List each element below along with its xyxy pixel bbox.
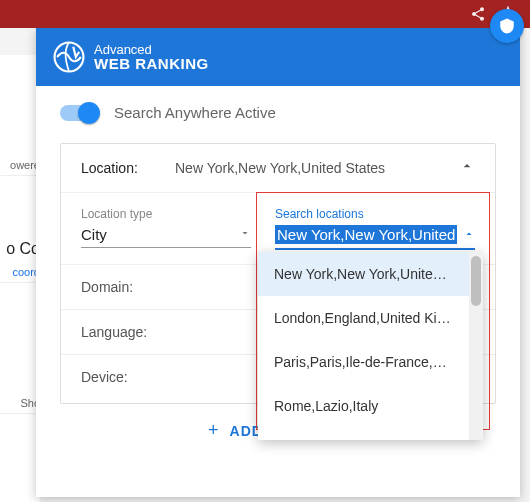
dropdown-item[interactable]: Paris,Paris,Ile-de-France,F… — [258, 340, 469, 384]
search-value: New York,New York,United — [275, 225, 457, 244]
panel-header: Advanced WEB RANKING — [36, 28, 520, 86]
dropdown-item[interactable]: New York,New York,Unite… — [258, 252, 469, 296]
domain-label: Domain: — [81, 279, 175, 295]
active-toggle[interactable] — [60, 105, 98, 121]
bg-heading: o Co — [0, 236, 40, 262]
location-type-select[interactable]: City — [81, 225, 251, 248]
browser-toolbar — [0, 0, 530, 28]
location-label: Location: — [81, 160, 175, 176]
chevron-up-icon — [459, 158, 475, 178]
plus-icon: + — [208, 420, 220, 441]
dropdown-item[interactable]: Rome,Lazio,Italy — [258, 384, 469, 428]
brand-line2: WEB RANKING — [94, 56, 209, 71]
bg-text: Sho — [0, 393, 40, 414]
toggle-row: Search Anywhere Active — [60, 104, 496, 121]
dropdown-item[interactable]: London,England,United Ki… — [258, 296, 469, 340]
bg-text: owere — [0, 155, 40, 176]
dropdown-scrollbar[interactable] — [469, 252, 483, 440]
type-value: City — [81, 226, 107, 243]
location-value: New York,New York,United States — [175, 160, 459, 176]
locations-dropdown: New York,New York,Unite… London,England,… — [258, 252, 483, 440]
device-label: Device: — [81, 369, 175, 385]
extension-panel: Advanced WEB RANKING Search Anywhere Act… — [36, 28, 520, 497]
language-label: Language: — [81, 324, 175, 340]
scrollbar-thumb[interactable] — [471, 256, 481, 306]
extension-icon[interactable] — [490, 9, 524, 43]
brand-logo-icon — [52, 40, 86, 74]
share-icon[interactable] — [470, 6, 486, 22]
search-label: Search locations — [275, 207, 475, 221]
search-locations-input[interactable]: New York,New York,United — [275, 225, 475, 250]
caret-down-icon — [239, 225, 251, 243]
caret-up-icon — [463, 226, 475, 244]
type-label: Location type — [81, 207, 251, 221]
bg-link[interactable]: coord — [0, 262, 40, 283]
toggle-label: Search Anywhere Active — [114, 104, 276, 121]
brand: Advanced WEB RANKING — [52, 40, 209, 74]
background-page: owere o Co coord Sho — [0, 55, 40, 502]
location-header-row[interactable]: Location: New York,New York,United State… — [61, 144, 495, 193]
